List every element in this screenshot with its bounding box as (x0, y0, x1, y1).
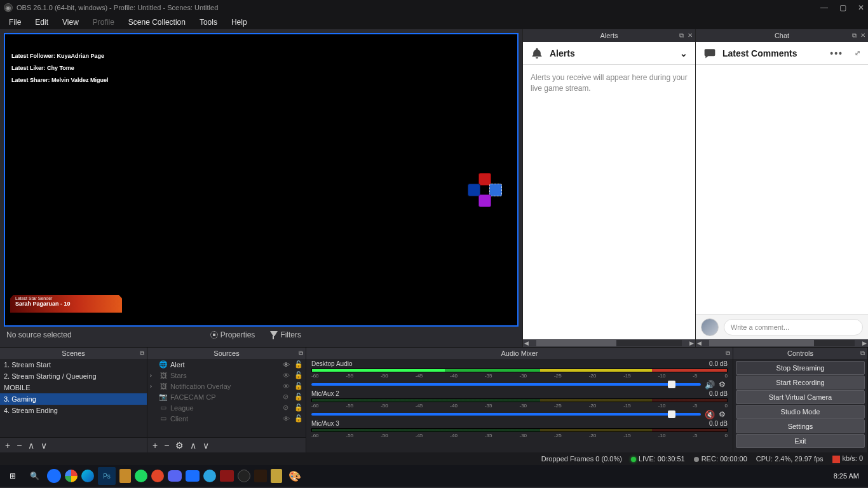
taskbar-app-icon[interactable] (238, 470, 250, 482)
scene-item[interactable]: 3. Gaming (0, 393, 147, 405)
add-scene-button[interactable]: + (5, 440, 10, 451)
taskbar-app-icon[interactable] (220, 470, 234, 482)
taskbar-clock[interactable]: 8:25 AM (834, 472, 864, 480)
menu-view[interactable]: View (56, 17, 85, 28)
taskbar-app-icon[interactable] (135, 470, 147, 482)
menu-file[interactable]: File (3, 17, 27, 28)
close-icon[interactable]: ✕ (688, 32, 693, 39)
popout-icon[interactable]: ⧉ (852, 32, 857, 39)
stop-streaming-button[interactable]: Stop Streaming (736, 361, 865, 375)
scene-item[interactable]: 2. Stream Starting / Queueing (0, 370, 147, 382)
visibility-icon[interactable]: 👁 (283, 415, 292, 423)
source-item[interactable]: ▭Client👁🔓 (147, 413, 306, 424)
menu-help[interactable]: Help (225, 17, 254, 28)
start-virtual-camera-button[interactable]: Start Virtual Camera (736, 390, 865, 404)
channel-settings-icon[interactable]: ⚙ (719, 410, 728, 419)
taskbar-app-icon[interactable] (151, 470, 164, 482)
start-button[interactable]: ⊞ (4, 467, 22, 485)
comment-input[interactable]: Write a comment... (724, 319, 863, 336)
taskbar-app-icon[interactable] (65, 470, 78, 482)
taskbar-app-icon[interactable] (81, 470, 94, 482)
taskbar-app-icon[interactable] (186, 470, 200, 482)
lock-icon[interactable]: 🔓 (294, 414, 303, 423)
expand-icon[interactable]: › (150, 372, 156, 379)
taskbar-app-icon[interactable]: Ps (98, 467, 116, 485)
maximize-button[interactable]: ▢ (839, 3, 846, 12)
taskbar-app-icon[interactable]: 🎨 (286, 467, 304, 485)
chat-dock-title[interactable]: Chat ⧉✕ (696, 29, 868, 42)
menu-tools[interactable]: Tools (193, 17, 224, 28)
speaker-icon[interactable]: 🔊 (705, 380, 715, 389)
lock-icon[interactable]: 🔓 (294, 382, 303, 390)
taskbar-app-icon[interactable] (168, 470, 182, 482)
popout-icon[interactable]: ⧉ (140, 349, 144, 357)
more-icon[interactable]: ••• (830, 48, 843, 58)
source-item[interactable]: 📷FACECAM CP⊘🔓 (147, 391, 306, 402)
scene-item[interactable]: 1. Stream Start (0, 359, 147, 370)
channel-db: 0.0 dB (709, 420, 728, 427)
source-settings-button[interactable]: ⚙ (175, 440, 184, 451)
source-down-button[interactable]: ∨ (203, 440, 209, 451)
taskbar-app-icon[interactable] (47, 469, 61, 483)
popout-icon[interactable]: ⧉ (299, 349, 303, 357)
overlay-badge-cluster (468, 173, 502, 207)
filters-button[interactable]: Filters (266, 329, 305, 341)
overlay-follower-banner: Latest Follower: KuyaAdrian Page (9, 51, 155, 61)
alerts-dock-title[interactable]: Alerts ⧉✕ (523, 29, 695, 42)
alerts-dock: Alerts ⧉✕ Alerts ⌄ Alerts you receive wi… (522, 29, 695, 347)
visibility-icon[interactable]: 👁 (283, 372, 292, 379)
exit-button[interactable]: Exit (736, 434, 865, 448)
volume-slider[interactable] (311, 413, 701, 416)
source-type-icon: 🌐 (159, 360, 168, 369)
speaker-muted-icon[interactable]: 🔇 (705, 410, 715, 419)
start-recording-button[interactable]: Start Recording (736, 376, 865, 390)
source-up-button[interactable]: ∧ (190, 440, 196, 451)
lock-icon[interactable]: 🔓 (294, 393, 303, 401)
properties-button[interactable]: Properties (207, 329, 259, 341)
minimize-button[interactable]: — (820, 3, 828, 12)
close-icon[interactable]: ✕ (860, 32, 865, 39)
visibility-icon[interactable]: 👁 (283, 361, 292, 369)
channel-settings-icon[interactable]: ⚙ (719, 380, 728, 389)
popout-icon[interactable]: ⧉ (679, 32, 684, 39)
source-item[interactable]: ▭League⊘🔓 (147, 402, 306, 413)
taskbar-app-icon[interactable] (254, 470, 267, 482)
remove-scene-button[interactable]: − (17, 440, 22, 451)
mixer-channel: Desktop Audio0.0 dB-60-55-50-45-40-35-30… (306, 359, 733, 389)
menu-edit[interactable]: Edit (29, 17, 55, 28)
menu-scene-collection[interactable]: Scene Collection (122, 17, 192, 28)
taskbar-app-icon[interactable] (119, 469, 131, 483)
lock-icon[interactable]: 🔓 (294, 371, 303, 379)
chat-hscroll[interactable]: ◀▶ (696, 339, 868, 347)
source-item[interactable]: 🌐Alert👁🔓 (147, 359, 306, 370)
alerts-hscroll[interactable]: ◀▶ (523, 339, 695, 347)
source-item[interactable]: ›🖼Notification Overlay👁🔓 (147, 381, 306, 391)
windows-taskbar[interactable]: ⊞ 🔍 Ps 🎨 8:25 AM (0, 465, 868, 487)
studio-mode-button[interactable]: Studio Mode (736, 405, 865, 419)
remove-source-button[interactable]: − (164, 440, 169, 451)
expand-icon[interactable]: ⤢ (855, 49, 860, 57)
taskbar-app-icon[interactable] (271, 469, 282, 483)
scene-item[interactable]: MOBILE (0, 382, 147, 393)
add-source-button[interactable]: + (153, 440, 158, 451)
lock-icon[interactable]: 🔓 (294, 360, 303, 369)
expand-icon[interactable]: › (150, 383, 156, 390)
lock-icon[interactable]: 🔓 (294, 403, 303, 412)
close-button[interactable]: ✕ (858, 3, 864, 12)
volume-slider[interactable] (311, 383, 701, 386)
source-item[interactable]: ›🖼Stars👁🔓 (147, 370, 306, 381)
settings-button[interactable]: Settings (736, 419, 865, 433)
scene-down-button[interactable]: ∨ (41, 440, 47, 451)
popout-icon[interactable]: ⧉ (726, 349, 730, 357)
taskbar-app-icon[interactable] (203, 470, 216, 482)
chevron-down-icon[interactable]: ⌄ (680, 48, 688, 58)
preview-canvas[interactable]: Latest Follower: KuyaAdrian Page Latest … (4, 33, 519, 327)
audio-meter (311, 398, 728, 402)
scene-item[interactable]: 4. Stream Ending (0, 405, 147, 416)
visibility-icon[interactable]: 👁 (283, 383, 292, 390)
taskbar-search-icon[interactable]: 🔍 (25, 467, 43, 485)
visibility-icon[interactable]: ⊘ (283, 393, 292, 401)
visibility-icon[interactable]: ⊘ (283, 403, 292, 412)
popout-icon[interactable]: ⧉ (860, 349, 865, 357)
scene-up-button[interactable]: ∧ (28, 440, 34, 451)
